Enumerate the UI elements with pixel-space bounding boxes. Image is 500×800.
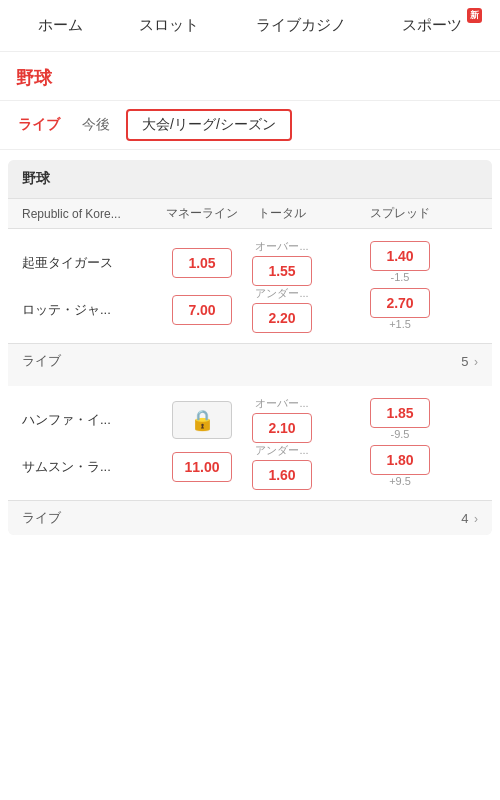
- match-2-spread-bottom: 1.80 +9.5: [322, 445, 478, 489]
- match-1-moneyline-1[interactable]: 1.05: [162, 248, 242, 278]
- nav-slots[interactable]: スロット: [131, 12, 207, 39]
- match-2-footer-count[interactable]: 4 ›: [461, 511, 478, 526]
- match-1-team-2: ロッテ・ジャ...: [22, 301, 162, 319]
- match-2-spread-bottom-handicap: +9.5: [389, 475, 411, 487]
- match-2-lock-icon: 🔒: [172, 401, 232, 439]
- page-title: 野球: [16, 68, 52, 88]
- match-2-moneyline-2-box[interactable]: 11.00: [172, 452, 232, 482]
- tab-tournament[interactable]: 大会/リーグ/シーズン: [126, 109, 292, 141]
- match-1-row-2: ロッテ・ジャ... 7.00 アンダー... 2.20 2.70 +1.5: [22, 286, 478, 333]
- match-2-total-bottom-box[interactable]: 1.60: [252, 460, 312, 490]
- match-2-footer: ライブ 4 ›: [8, 501, 492, 535]
- match-1-spread-top-box[interactable]: 1.40: [370, 241, 430, 271]
- col-moneyline-header: マネーライン: [162, 205, 242, 222]
- match-2-row-1: ハンファ・イ... 🔒 オーバー... 2.10 1.85 -9.5: [22, 396, 478, 443]
- match-1-row-1: 起亜タイガース 1.05 オーバー... 1.55 1.40 -1.5: [22, 239, 478, 286]
- match-2-moneyline-locked: 🔒: [162, 401, 242, 439]
- match-1-footer: ライブ 5 ›: [8, 344, 492, 378]
- match-1-moneyline-2[interactable]: 7.00: [162, 295, 242, 325]
- section-title: 野球: [8, 160, 492, 199]
- match-2: ハンファ・イ... 🔒 オーバー... 2.10 1.85 -9.5 サムスン・…: [8, 386, 492, 501]
- tab-upcoming[interactable]: 今後: [76, 112, 116, 138]
- match-2-moneyline-2[interactable]: 11.00: [162, 452, 242, 482]
- tab-bar: ライブ 今後 大会/リーグ/シーズン: [0, 101, 500, 150]
- nav-home[interactable]: ホーム: [30, 12, 91, 39]
- match-1-team-1: 起亜タイガース: [22, 254, 162, 272]
- match-2-spread-top: 1.85 -9.5: [322, 398, 478, 442]
- new-badge: 新: [467, 8, 482, 23]
- match-2-chevron-icon: ›: [474, 512, 478, 526]
- tab-live[interactable]: ライブ: [12, 112, 66, 138]
- match-1-footer-label: ライブ: [22, 352, 61, 370]
- match-2-spread-bottom-box[interactable]: 1.80: [370, 445, 430, 475]
- col-team-header: Republic of Kore...: [22, 207, 162, 221]
- column-headers: Republic of Kore... マネーライン トータル スプレッド: [8, 199, 492, 229]
- match-1-spread-bottom-box[interactable]: 2.70: [370, 288, 430, 318]
- col-spread-header: スプレッド: [322, 205, 478, 222]
- match-2-total-bottom: アンダー... 1.60: [242, 443, 322, 490]
- lock-icon: 🔒: [190, 408, 215, 432]
- match-2-spread-top-handicap: -9.5: [391, 428, 410, 440]
- nav-live-casino[interactable]: ライブカジノ: [248, 12, 354, 39]
- match-1-total-bottom-box[interactable]: 2.20: [252, 303, 312, 333]
- nav-sports[interactable]: スポーツ: [394, 12, 470, 39]
- match-2-total-top: オーバー... 2.10: [242, 396, 322, 443]
- match-2-total-top-box[interactable]: 2.10: [252, 413, 312, 443]
- match-2-team-2: サムスン・ラ...: [22, 458, 162, 476]
- match-1-total-top: オーバー... 1.55: [242, 239, 322, 286]
- match-1-moneyline-1-box[interactable]: 1.05: [172, 248, 232, 278]
- match-1-rows: 起亜タイガース 1.05 オーバー... 1.55 1.40 -1.5 ロッテ・…: [22, 239, 478, 333]
- match-1-total-bottom: アンダー... 2.20: [242, 286, 322, 333]
- col-total-header: トータル: [242, 205, 322, 222]
- page-title-bar: 野球: [0, 52, 500, 101]
- match-1-spread-top: 1.40 -1.5: [322, 241, 478, 285]
- match-1-spread-top-handicap: -1.5: [391, 271, 410, 283]
- match-1: 起亜タイガース 1.05 オーバー... 1.55 1.40 -1.5 ロッテ・…: [8, 229, 492, 344]
- match-1-spread-bottom: 2.70 +1.5: [322, 288, 478, 332]
- baseball-section: 野球 Republic of Kore... マネーライン トータル スプレッド…: [8, 160, 492, 535]
- match-1-spread-bottom-handicap: +1.5: [389, 318, 411, 330]
- top-navigation: ホーム スロット ライブカジノ スポーツ 新: [0, 0, 500, 52]
- match-2-total-label-bottom: アンダー...: [255, 443, 308, 458]
- match-1-total-top-box[interactable]: 1.55: [252, 256, 312, 286]
- match-1-total-label-top: オーバー...: [255, 239, 308, 254]
- match-1-footer-count[interactable]: 5 ›: [461, 354, 478, 369]
- match-2-footer-label: ライブ: [22, 509, 61, 527]
- match-1-total-label-bottom: アンダー...: [255, 286, 308, 301]
- match-2-spread-top-box[interactable]: 1.85: [370, 398, 430, 428]
- match-2-rows: ハンファ・イ... 🔒 オーバー... 2.10 1.85 -9.5 サムスン・…: [22, 396, 478, 490]
- match-1-moneyline-2-box[interactable]: 7.00: [172, 295, 232, 325]
- match-1-chevron-icon: ›: [474, 355, 478, 369]
- match-2-total-label-top: オーバー...: [255, 396, 308, 411]
- match-2-team-1: ハンファ・イ...: [22, 411, 162, 429]
- match-2-row-2: サムスン・ラ... 11.00 アンダー... 1.60 1.80 +9.5: [22, 443, 478, 490]
